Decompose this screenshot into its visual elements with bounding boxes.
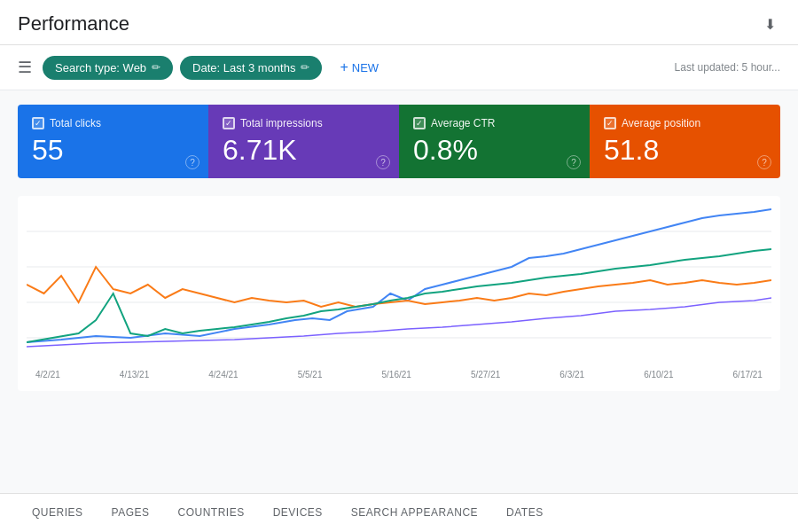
chart-area: 4/2/21 4/13/21 4/24/21 5/5/21 5/16/21 5/… — [18, 196, 780, 391]
x-label-6: 6/3/21 — [559, 370, 584, 379]
edit-icon: ✏ — [152, 61, 160, 74]
x-axis-labels: 4/2/21 4/13/21 4/24/21 5/5/21 5/16/21 5/… — [27, 368, 771, 381]
metric-total-clicks[interactable]: ✓ Total clicks 55 ? — [18, 105, 208, 178]
search-type-label: Search type: Web — [55, 61, 146, 74]
metric-position-checkbox[interactable]: ✓ — [604, 117, 616, 129]
plus-icon: + — [340, 59, 348, 75]
filter-icon[interactable]: ☰ — [18, 58, 32, 77]
metric-position-help[interactable]: ? — [757, 155, 771, 169]
metric-impressions-help[interactable]: ? — [376, 155, 390, 169]
metric-ctr-checkbox[interactable]: ✓ — [413, 117, 426, 129]
toolbar: ☰ Search type: Web ✏ Date: Last 3 months… — [0, 45, 798, 90]
metric-average-ctr[interactable]: ✓ Average CTR 0.8% ? — [399, 105, 590, 178]
metric-ctr-value: 0.8% — [413, 135, 575, 166]
metric-clicks-value: 55 — [32, 135, 194, 166]
date-label: Date: Last 3 months — [192, 61, 295, 74]
metric-impressions-value: 6.71K — [223, 135, 385, 166]
tabs-container: QUERIESPAGESCOUNTRIESDEVICESSEARCH APPEA… — [18, 496, 558, 531]
metric-clicks-label: ✓ Total clicks — [32, 117, 194, 129]
page-header: Performance ⬇ — [0, 0, 798, 45]
tab-countries[interactable]: COUNTRIES — [163, 496, 258, 531]
edit-icon-date: ✏ — [301, 61, 309, 74]
metric-clicks-help[interactable]: ? — [185, 155, 200, 169]
metric-impressions-label: ✓ Total impressions — [223, 117, 385, 129]
metric-ctr-label: ✓ Average CTR — [413, 117, 575, 129]
page-title: Performance — [18, 12, 129, 35]
metric-clicks-checkbox[interactable]: ✓ — [32, 117, 44, 129]
bottom-tabs: QUERIESPAGESCOUNTRIESDEVICESSEARCH APPEA… — [0, 493, 798, 532]
x-label-7: 6/10/21 — [644, 370, 673, 379]
x-label-8: 6/17/21 — [733, 370, 763, 379]
metric-average-position[interactable]: ✓ Average position 51.8 ? — [590, 105, 780, 178]
tab-pages[interactable]: PAGES — [98, 496, 164, 531]
metric-total-impressions[interactable]: ✓ Total impressions 6.71K ? — [208, 105, 399, 178]
download-icon[interactable]: ⬇ — [759, 13, 780, 35]
x-label-3: 5/5/21 — [298, 370, 323, 379]
metrics-row: ✓ Total clicks 55 ? ✓ Total impressions … — [18, 105, 780, 178]
date-filter[interactable]: Date: Last 3 months ✏ — [180, 56, 322, 80]
x-label-0: 4/2/21 — [35, 370, 60, 379]
x-label-2: 4/24/21 — [208, 370, 238, 379]
tab-devices[interactable]: DEVICES — [259, 496, 337, 531]
new-button[interactable]: + NEW — [329, 54, 389, 81]
performance-chart — [27, 205, 771, 364]
metric-position-label: ✓ Average position — [604, 117, 766, 129]
x-label-5: 5/27/21 — [471, 370, 500, 379]
metric-impressions-checkbox[interactable]: ✓ — [223, 117, 235, 129]
tab-dates[interactable]: DATES — [492, 496, 558, 531]
new-label: NEW — [352, 61, 379, 74]
header-actions: ⬇ — [759, 13, 780, 35]
tab-queries[interactable]: QUERIES — [18, 496, 98, 531]
tab-search-appearance[interactable]: SEARCH APPEARANCE — [337, 496, 492, 531]
x-label-4: 5/16/21 — [382, 370, 411, 379]
metric-position-value: 51.8 — [604, 135, 766, 166]
search-type-filter[interactable]: Search type: Web ✏ — [43, 56, 173, 80]
x-label-1: 4/13/21 — [120, 370, 149, 379]
metric-ctr-help[interactable]: ? — [567, 155, 581, 169]
last-updated-text: Last updated: 5 hour... — [675, 61, 780, 74]
